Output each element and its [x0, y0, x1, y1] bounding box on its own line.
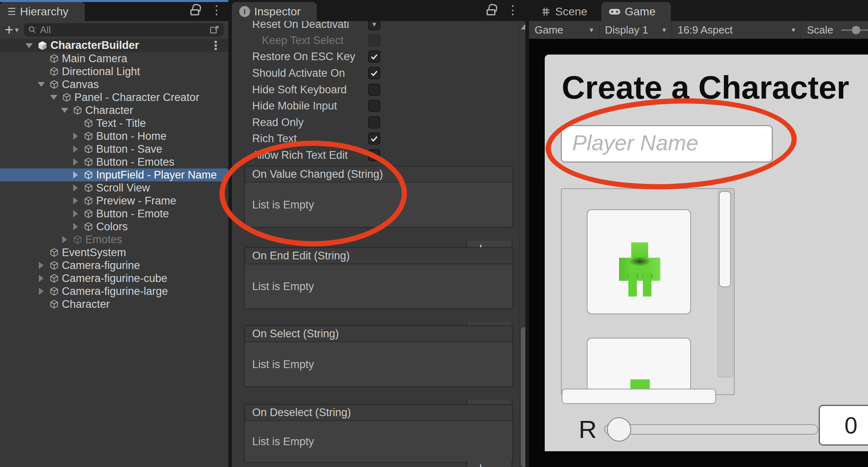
expand-arrow-icon[interactable] [73, 184, 78, 191]
tree-row-main-camera[interactable]: Main Camera [0, 52, 228, 65]
kebab-menu-icon[interactable]: ⋮ [211, 4, 223, 16]
r-slider-handle[interactable] [607, 417, 631, 442]
tree-row-button-home[interactable]: Button - Home [0, 130, 228, 143]
tree-row-button-emote[interactable]: Button - Emote [0, 207, 228, 220]
expand-arrow-icon[interactable] [73, 223, 78, 230]
scroll-up-arrow[interactable] [521, 24, 525, 29]
tree-row-panel-character-creator[interactable]: Panel - Character Creator [0, 91, 228, 104]
display-target-dropdown[interactable]: Game ▾ [529, 21, 599, 39]
field-restore-on-esc-key[interactable]: Restore On ESC Key [252, 48, 373, 65]
tree-row-inputfield-player-name-selected[interactable]: InputField - Player Name [0, 168, 228, 181]
tree-row-colors[interactable]: Colors [0, 220, 228, 233]
expand-arrow-icon[interactable] [73, 197, 78, 204]
character-card-1[interactable] [587, 209, 691, 314]
tree-row-eventsystem[interactable]: EventSystem [0, 246, 228, 259]
field-allow-rich-text-editing[interactable]: Allow Rich Text Edit [252, 147, 373, 163]
expand-arrow-icon[interactable] [39, 275, 44, 282]
r-slider-track[interactable] [604, 424, 818, 435]
checkbox-checked[interactable] [368, 50, 380, 63]
expand-arrow-icon[interactable] [62, 236, 67, 243]
expand-arrow-icon[interactable] [73, 145, 78, 153]
character-card-2[interactable] [587, 338, 691, 395]
tree-row-button-emotes[interactable]: Button - Emotes [0, 156, 228, 168]
tree-row-text-title[interactable]: Text - Title [0, 117, 228, 130]
hierarchy-search-field[interactable] [24, 23, 223, 36]
scene-name: CharacterBuilder [51, 39, 139, 52]
scroll-view-horizontal-thumb[interactable] [562, 389, 716, 404]
checkbox[interactable] [368, 149, 380, 161]
lock-icon[interactable] [190, 4, 200, 16]
collapse-arrow-icon[interactable] [50, 95, 57, 100]
field-reset-on-deactivation[interactable]: Reset On Deactivati ▾ [252, 21, 373, 32]
tree-row-camera-figurine-large[interactable]: Camera-figurine-large [0, 285, 228, 298]
game-viewport: Create a Character [529, 39, 868, 467]
field-hide-soft-keyboard[interactable]: Hide Soft Keyboard [252, 82, 373, 98]
tab-hierarchy[interactable]: ☰ Hierarchy [0, 2, 85, 21]
player-name-input[interactable] [561, 125, 773, 162]
checkbox[interactable] [368, 84, 380, 96]
field-rich-text[interactable]: Rich Text [252, 130, 373, 147]
collapse-arrow-icon[interactable] [25, 43, 33, 48]
tab-inspector[interactable]: i Inspector [232, 2, 317, 21]
tab-scene[interactable]: Scene [534, 2, 594, 21]
checkbox-checked[interactable] [368, 133, 380, 145]
tree-row-character-bottom[interactable]: Character [0, 298, 228, 311]
expand-arrow-icon[interactable] [73, 210, 78, 217]
scroll-view-vertical-thumb[interactable] [719, 191, 731, 287]
remove-listener-button[interactable]: − [494, 462, 502, 467]
tree-row-preview-frame[interactable]: Preview - Frame [0, 194, 228, 207]
tree-row-label: Camera-figurine-cube [62, 272, 167, 285]
hierarchy-list-icon: ☰ [7, 6, 16, 17]
collapse-arrow-icon[interactable] [38, 82, 45, 87]
event-list-empty: List is Empty [245, 264, 512, 309]
event-list-empty: List is Empty [245, 183, 512, 227]
expand-arrow-icon[interactable] [39, 262, 44, 269]
panel-divider[interactable] [228, 0, 232, 467]
chevron-down-icon: ▾ [590, 25, 593, 34]
checkbox[interactable] [368, 100, 380, 112]
event-header[interactable]: On Deselect (String) [245, 405, 512, 421]
tab-game[interactable]: Game [601, 2, 671, 21]
scale-slider-knob[interactable] [852, 26, 860, 34]
r-value-box[interactable]: 0 [819, 405, 868, 446]
aspect-ratio-dropdown[interactable]: 16:9 Aspect ▾ [672, 21, 801, 39]
tree-row-canvas[interactable]: Canvas [0, 78, 228, 91]
tree-row-scroll-view[interactable]: Scroll View [0, 181, 228, 194]
kebab-menu-icon[interactable]: ⋮ [507, 4, 519, 16]
tree-row-label: Scroll View [96, 182, 150, 194]
tree-row-camera-figurine-cube[interactable]: Camera-figurine-cube [0, 272, 228, 285]
scene-row-characterbuilder[interactable]: CharacterBuilder ⋮ [0, 39, 228, 52]
checkbox[interactable] [368, 116, 380, 128]
field-hide-mobile-input[interactable]: Hide Mobile Input [252, 98, 373, 114]
scene-kebab-icon[interactable]: ⋮ [210, 40, 222, 52]
scale-slider[interactable] [841, 21, 862, 39]
field-read-only[interactable]: Read Only [252, 114, 373, 130]
figurine-leg-right [643, 274, 651, 297]
panel-divider[interactable] [525, 0, 529, 467]
scene-tab-label: Scene [555, 5, 587, 18]
event-header[interactable]: On Select (String) [245, 326, 512, 342]
tree-row-emotes-disabled[interactable]: Emotes [0, 233, 228, 246]
field-should-activate-on-select[interactable]: Should Activate On [252, 65, 373, 81]
inspector-scrollbar-thumb[interactable] [521, 327, 525, 467]
tree-row-button-save[interactable]: Button - Save [0, 143, 228, 156]
lock-icon[interactable] [487, 4, 496, 16]
expand-arrow-icon[interactable] [39, 288, 44, 295]
expand-arrow-icon[interactable] [73, 158, 78, 166]
open-search-window-icon[interactable] [209, 25, 220, 35]
checkbox-checked[interactable] [368, 67, 380, 79]
add-listener-button[interactable]: + [476, 462, 485, 467]
scroll-view-vertical-track[interactable] [718, 190, 733, 377]
event-header[interactable]: On Value Changed (String) [245, 166, 512, 183]
expand-arrow-icon[interactable] [73, 171, 78, 179]
dropdown-control[interactable]: ▾ [368, 21, 380, 30]
event-header[interactable]: On End Edit (String) [245, 248, 512, 264]
search-input[interactable] [39, 24, 207, 36]
collapse-arrow-icon[interactable] [61, 108, 68, 113]
tree-row-directional-light[interactable]: Directional Light [0, 65, 228, 78]
tree-row-camera-figurine[interactable]: Camera-figurine [0, 259, 228, 272]
add-gameobject-button[interactable]: + ▾ [5, 24, 19, 36]
expand-arrow-icon[interactable] [73, 133, 78, 140]
display-dropdown[interactable]: Display 1 ▾ [599, 21, 672, 39]
tree-row-character[interactable]: Character [0, 104, 228, 117]
